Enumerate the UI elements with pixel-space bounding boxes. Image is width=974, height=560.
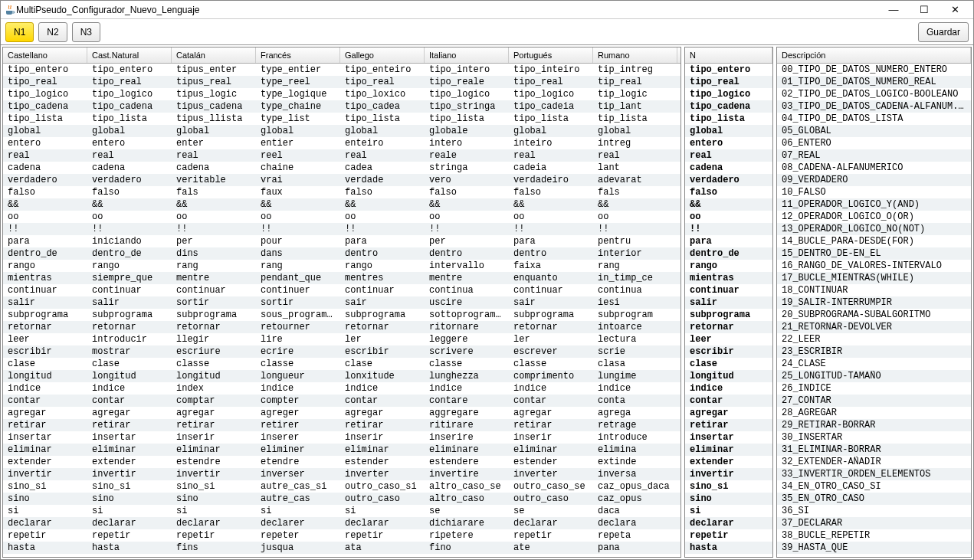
table-row[interactable]: 17_BUCLE_MIENTRAS(WHILE) — [777, 272, 971, 284]
cell[interactable]: altro_caso — [425, 493, 509, 504]
cell[interactable]: continuar — [3, 285, 87, 296]
cell[interactable]: para — [509, 236, 593, 247]
cell[interactable]: type_entier — [256, 64, 340, 75]
cell[interactable]: si — [685, 506, 772, 516]
cell[interactable]: && — [685, 199, 772, 210]
table-row[interactable]: 14_BUCLE_PARA-DESDE(FOR) — [777, 235, 971, 247]
table-row[interactable]: 07_REAL — [777, 149, 971, 162]
cell[interactable]: rang — [172, 260, 256, 271]
cell[interactable]: siempre_que — [87, 273, 172, 283]
cell[interactable]: etendre — [256, 457, 340, 467]
cell[interactable]: global — [172, 126, 256, 136]
table-row[interactable]: repetirrepetirrepetirrepeterrepetirripet… — [3, 529, 680, 542]
cell[interactable]: tipus_cadena — [172, 101, 256, 112]
cell[interactable]: tipo_cadena — [87, 101, 172, 112]
cell[interactable]: tipo_entero — [87, 64, 172, 75]
cell[interactable]: contar — [685, 395, 772, 406]
cell[interactable]: longitud — [87, 371, 172, 382]
cell[interactable]: cadena — [172, 162, 256, 173]
cell[interactable]: 33_INVERTIR_ORDEN_ELEMENTOS — [777, 469, 971, 480]
cell[interactable]: intero — [425, 138, 509, 149]
table-row[interactable]: 20_SUBPROGRAMA-SUBALGORITMO — [777, 309, 971, 321]
table-row[interactable]: hastahastafinsjusquaatafinoatepana — [3, 542, 680, 554]
cell[interactable]: lonxitude — [340, 371, 425, 382]
cell[interactable]: 35_EN_OTRO_CASO — [777, 493, 971, 504]
cell[interactable]: global — [685, 126, 772, 136]
cell[interactable]: inserir — [340, 432, 425, 443]
lang-col-header[interactable]: Castellano — [3, 47, 87, 63]
table-row[interactable]: 37_DECLARAR — [777, 517, 971, 529]
cell[interactable]: global — [3, 126, 87, 136]
cell[interactable]: oo — [340, 211, 425, 222]
cell[interactable]: tipus_llista — [172, 113, 256, 124]
languages-body[interactable]: tipo_enterotipo_enterotipus_entertype_en… — [3, 64, 680, 557]
cell[interactable]: retornar — [509, 322, 593, 332]
cell[interactable]: subprograma — [3, 309, 87, 320]
cell[interactable]: && — [340, 199, 425, 210]
table-row[interactable]: tipo_enterotipo_enterotipus_entertype_en… — [3, 64, 680, 76]
cell[interactable]: oo — [425, 211, 509, 222]
cell[interactable]: 11_OPERADOR_LOGICO_Y(AND) — [777, 199, 971, 210]
cell[interactable]: inversa — [593, 469, 677, 480]
cell[interactable]: outro_caso_se — [509, 481, 593, 492]
cell[interactable]: retirar — [509, 420, 593, 431]
cell[interactable]: mostrar — [87, 346, 172, 357]
cell[interactable]: subprograma — [509, 309, 593, 320]
cell[interactable]: contar — [3, 395, 87, 406]
cell[interactable]: fals — [593, 187, 677, 198]
cell[interactable]: tipus_enter — [172, 64, 256, 75]
table-row[interactable]: tipo_logicotipo_logicotipus_logictype_lo… — [3, 88, 680, 100]
table-row[interactable]: sino — [685, 493, 772, 505]
table-row[interactable]: tipo_cadena — [685, 100, 772, 113]
cell[interactable]: dentro_de — [3, 248, 87, 259]
table-row[interactable]: 05_GLOBAL — [777, 125, 971, 137]
cell[interactable]: caz_opus_daca — [593, 481, 677, 492]
cell[interactable]: tipo_real — [3, 77, 87, 87]
cell[interactable]: 03_TIPO_DE_DATOS_CADENA-ALFANUM... — [777, 101, 971, 112]
cell[interactable]: retornar — [172, 322, 256, 332]
table-row[interactable]: 36_SI — [777, 505, 971, 517]
cell[interactable]: falso — [425, 187, 509, 198]
cell[interactable]: scrivere — [425, 346, 509, 357]
cell[interactable]: estender — [509, 457, 593, 467]
cell[interactable]: real — [172, 150, 256, 161]
cell[interactable]: repetir — [87, 530, 172, 541]
cell[interactable]: invertir — [172, 469, 256, 480]
cell[interactable]: rango — [685, 260, 772, 271]
cell[interactable]: rango — [3, 260, 87, 271]
cell[interactable]: rango — [87, 260, 172, 271]
cell[interactable]: declarar — [87, 518, 172, 529]
table-row[interactable]: retirarretirarretirarretirerretirarritir… — [3, 419, 680, 431]
lang-col-header[interactable]: Portugués — [509, 47, 593, 63]
table-row[interactable]: subprogramasubprogramasubprogramasous_pr… — [3, 309, 680, 321]
cell[interactable]: faux — [256, 187, 340, 198]
cell[interactable]: sino_si — [685, 481, 772, 492]
cell[interactable]: altro_caso_se — [425, 481, 509, 492]
table-row[interactable]: sino_si — [685, 480, 772, 493]
cell[interactable]: 39_HASTA_QUE — [777, 542, 971, 553]
cell[interactable]: extender — [685, 457, 772, 467]
cell[interactable]: sino_si — [87, 481, 172, 492]
table-row[interactable]: 25_LONGITUD-TAMAÑO — [777, 370, 971, 382]
cell[interactable]: escribir — [685, 346, 772, 357]
cell[interactable]: declarar — [172, 518, 256, 529]
cell[interactable]: inverter — [340, 469, 425, 480]
cell[interactable]: 06_ENTERO — [777, 138, 971, 149]
cell[interactable]: per — [172, 236, 256, 247]
cell[interactable]: 32_EXTENDER-AÑADIR — [777, 457, 971, 467]
table-row[interactable]: tipo_realtipo_realtipus_realtype_reeltip… — [3, 76, 680, 88]
cell[interactable]: oo — [3, 211, 87, 222]
cell[interactable]: eliminer — [256, 444, 340, 455]
table-row[interactable]: leer — [685, 333, 772, 345]
table-row[interactable]: sisisisisisesedaca — [3, 505, 680, 517]
table-row[interactable]: rango — [685, 260, 772, 272]
cell[interactable]: tipo_cadea — [340, 101, 425, 112]
cell[interactable]: retirar — [87, 420, 172, 431]
cell[interactable]: verdadero — [685, 175, 772, 185]
cell[interactable]: tipo_cadena — [3, 101, 87, 112]
cell[interactable]: invertir — [685, 469, 772, 480]
table-row[interactable]: 21_RETORNAR-DEVOLVER — [777, 321, 971, 333]
table-row[interactable]: insertarinsertarinseririnsererinseririns… — [3, 431, 680, 444]
cell[interactable]: si — [172, 506, 256, 516]
table-row[interactable]: 32_EXTENDER-AÑADIR — [777, 456, 971, 468]
